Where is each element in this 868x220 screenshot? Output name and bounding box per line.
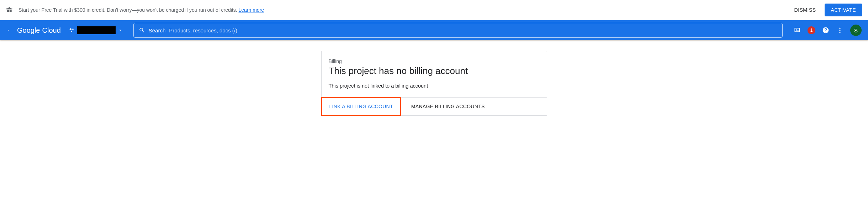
search-input[interactable]: Search Products, resources, docs (/) xyxy=(133,23,783,38)
billing-card: Billing This project has no billing acco… xyxy=(321,51,547,116)
chevron-down-icon xyxy=(118,28,123,33)
svg-point-4 xyxy=(839,30,840,31)
search-icon xyxy=(139,27,145,33)
cloud-shell-icon[interactable] xyxy=(793,26,801,34)
project-dots-icon xyxy=(69,27,75,33)
card-actions: LINK A BILLING ACCOUNT MANAGE BILLING AC… xyxy=(322,97,547,115)
svg-point-5 xyxy=(839,32,840,33)
search-wrapper: Search Products, resources, docs (/) xyxy=(133,23,783,38)
gift-icon xyxy=(6,6,13,14)
card-description: This project is not linked to a billing … xyxy=(329,83,540,89)
promo-learn-more-link[interactable]: Learn more xyxy=(239,7,264,13)
svg-point-1 xyxy=(72,28,74,30)
logo-light: Cloud xyxy=(42,26,61,35)
link-billing-account-button[interactable]: LINK A BILLING ACCOUNT xyxy=(321,97,401,116)
page-content: Billing This project has no billing acco… xyxy=(0,40,868,116)
svg-point-0 xyxy=(69,28,71,30)
top-bar: Google Cloud Search Products, resources,… xyxy=(0,20,868,40)
dismiss-button[interactable]: DISMISS xyxy=(790,4,820,16)
project-selector[interactable] xyxy=(69,26,123,34)
page-title: This project has no billing account xyxy=(329,66,540,77)
header-right-icons: 1 S xyxy=(793,25,862,36)
manage-billing-accounts-button[interactable]: MANAGE BILLING ACCOUNTS xyxy=(404,98,492,115)
menu-button[interactable] xyxy=(4,26,13,35)
avatar[interactable]: S xyxy=(850,25,862,36)
card-body: Billing This project has no billing acco… xyxy=(322,51,547,97)
activate-button[interactable]: ACTIVATE xyxy=(825,4,862,16)
notification-badge[interactable]: 1 xyxy=(808,26,815,34)
breadcrumb: Billing xyxy=(329,58,540,64)
promo-banner: Start your Free Trial with $300 in credi… xyxy=(0,0,868,20)
project-name-redacted xyxy=(77,26,116,34)
more-icon[interactable] xyxy=(836,26,844,34)
search-placeholder: Products, resources, docs (/) xyxy=(169,27,237,33)
svg-point-3 xyxy=(839,28,840,29)
promo-actions: DISMISS ACTIVATE xyxy=(790,4,862,16)
svg-point-2 xyxy=(71,31,72,32)
search-label: Search xyxy=(149,27,166,33)
logo-bold: Google xyxy=(17,26,40,35)
help-icon[interactable] xyxy=(822,26,830,34)
logo[interactable]: Google Cloud xyxy=(17,26,61,35)
promo-text: Start your Free Trial with $300 in credi… xyxy=(18,7,790,13)
